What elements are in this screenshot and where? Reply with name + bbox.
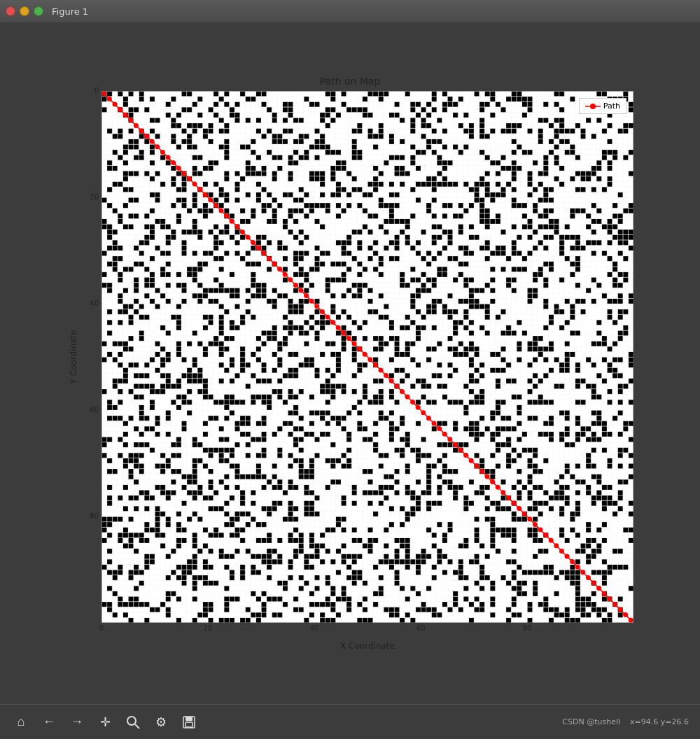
zoom-button[interactable] <box>123 712 143 732</box>
y-tick-80: 80 <box>90 512 99 520</box>
main-content: Path on Map Y Coordinate 020406080 <box>0 22 700 704</box>
x-axis-area: Path 020406080 X Coordinate <box>102 91 634 651</box>
toolbar-status: CSDN @tushell x=94.6 y=26.6 <box>562 717 689 726</box>
legend-label: Path <box>603 101 620 111</box>
legend: Path <box>579 98 626 114</box>
chart-canvas-container: Path <box>102 91 634 623</box>
titlebar: Figure 1 <box>0 0 700 22</box>
y-tick-0: 0 <box>94 87 99 94</box>
y-tick-60: 60 <box>90 406 99 414</box>
svg-rect-6 <box>186 722 192 727</box>
x-axis-title: X Coordinate <box>102 641 634 651</box>
x-tick-0: 0 <box>99 624 104 632</box>
pan-button[interactable]: ✛ <box>95 712 115 732</box>
y-tick-40: 40 <box>90 300 99 307</box>
svg-rect-5 <box>186 717 192 721</box>
x-tick-20: 20 <box>204 624 213 632</box>
window-controls <box>6 6 43 16</box>
chart-wrapper: Y Coordinate 020406080 <box>66 91 634 651</box>
legend-path-item: Path <box>585 101 620 111</box>
home-button[interactable]: ⌂ <box>11 712 31 732</box>
x-tick-40: 40 <box>310 624 319 632</box>
forward-button[interactable]: → <box>67 712 87 732</box>
maximize-button[interactable] <box>34 6 43 16</box>
toolbar: ⌂ ← → ✛ ⚙ CSDN @tushell x=94.6 y=26.6 <box>0 704 700 739</box>
x-tick-80: 80 <box>523 624 532 632</box>
y-axis-label: Y Coordinate <box>66 91 80 623</box>
y-axis-area: Y Coordinate 020406080 <box>66 91 102 623</box>
watermark: CSDN @tushell <box>562 717 620 726</box>
save-icon <box>182 715 196 729</box>
y-tick-20: 20 <box>90 193 99 201</box>
settings-button[interactable]: ⚙ <box>151 712 171 732</box>
window-title: Figure 1 <box>52 6 88 17</box>
x-tick-60: 60 <box>416 624 426 632</box>
minimize-button[interactable] <box>20 6 29 16</box>
save-button[interactable] <box>179 712 199 732</box>
chart-title: Path on Map <box>66 76 634 87</box>
svg-point-1 <box>590 104 596 109</box>
svg-point-2 <box>127 717 136 725</box>
cursor-position: x=94.6 y=26.6 <box>630 717 689 726</box>
zoom-icon <box>126 715 140 729</box>
back-button[interactable]: ← <box>39 712 59 732</box>
legend-path-icon <box>585 103 601 110</box>
map-canvas <box>102 91 634 623</box>
svg-line-3 <box>135 724 139 729</box>
x-tick-labels: 020406080 <box>102 624 634 638</box>
close-button[interactable] <box>6 6 15 16</box>
